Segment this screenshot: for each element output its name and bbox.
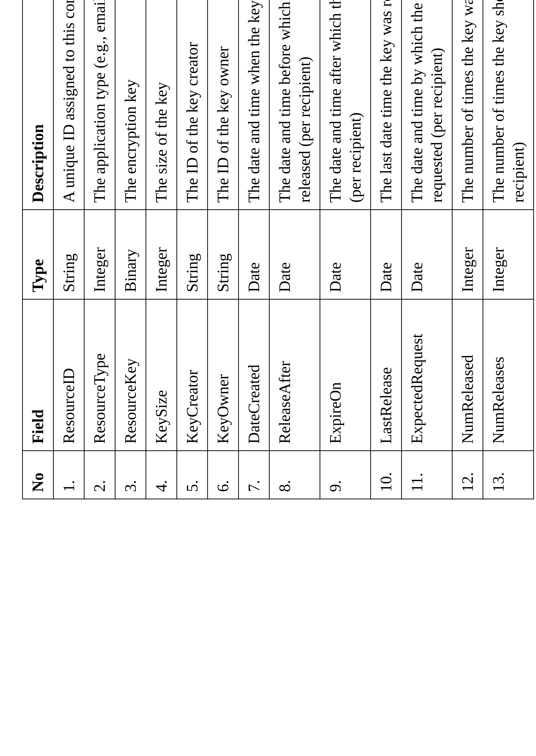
- cell-field: DateCreated: [239, 299, 269, 451]
- cell-type: String: [208, 210, 239, 299]
- cell-field: ExpireOn: [320, 299, 371, 451]
- fields-table: No Field Type Description 1. ResourceID …: [22, 0, 534, 499]
- cell-type: Date: [320, 210, 371, 299]
- cell-no: 7.: [239, 451, 269, 499]
- cell-no: 9.: [320, 451, 371, 499]
- cell-type: String: [53, 210, 84, 299]
- table-row: 13. NumReleases Integer The number of ti…: [483, 0, 534, 499]
- cell-description: The application type (e.g., email, insta…: [84, 0, 115, 210]
- cell-type: String: [177, 210, 208, 299]
- cell-description: The ID of the key creator: [177, 0, 208, 210]
- cell-no: 4.: [146, 451, 177, 499]
- cell-field: NumReleases: [483, 299, 534, 451]
- cell-description: The number of times the key should be re…: [483, 0, 534, 210]
- table-row: 1. ResourceID String A unique ID assigne…: [53, 0, 84, 499]
- cell-field: LastRelease: [371, 299, 402, 451]
- cell-no: 13.: [483, 451, 534, 499]
- header-no: No: [22, 451, 53, 499]
- cell-description: The date and time when the key was creat…: [239, 0, 269, 210]
- cell-type: Integer: [84, 210, 115, 299]
- cell-field: ResourceKey: [115, 299, 146, 451]
- cell-description: The date and time by which the key is ex…: [402, 0, 452, 210]
- cell-field: KeySize: [146, 299, 177, 451]
- cell-description: The size of the key: [146, 0, 177, 210]
- header-type: Type: [22, 210, 53, 299]
- cell-field: ResourceType: [84, 299, 115, 451]
- cell-description: The last date time the key was released …: [371, 0, 402, 210]
- cell-type: Integer: [146, 210, 177, 299]
- cell-field: KeyCreator: [177, 299, 208, 451]
- table-row: 5. KeyCreator String The ID of the key c…: [177, 0, 208, 499]
- table-row: 2. ResourceType Integer The application …: [84, 0, 115, 499]
- table-header-row: No Field Type Description: [22, 0, 53, 499]
- cell-field: ResourceID: [53, 299, 84, 451]
- cell-field: ReleaseAfter: [269, 299, 320, 451]
- cell-no: 12.: [452, 451, 483, 499]
- cell-description: The date and time before which the key s…: [269, 0, 320, 210]
- cell-no: 11.: [402, 451, 452, 499]
- cell-no: 8.: [269, 451, 320, 499]
- cell-description: The date and time after which the key sh…: [320, 0, 371, 210]
- cell-type: Binary: [115, 210, 146, 299]
- cell-no: 10.: [371, 451, 402, 499]
- cell-description: A unique ID assigned to this communicati…: [53, 0, 84, 210]
- table-row: 6. KeyOwner String The ID of the key own…: [208, 0, 239, 499]
- cell-type: Date: [371, 210, 402, 299]
- cell-description: The encryption key: [115, 0, 146, 210]
- cell-no: 1.: [53, 451, 84, 499]
- cell-field: NumReleased: [452, 299, 483, 451]
- cell-type: Date: [239, 210, 269, 299]
- header-description: Description: [22, 0, 53, 210]
- table-row: 11. ExpectedRequest Date The date and ti…: [402, 0, 452, 499]
- table-row: 4. KeySize Integer The size of the key: [146, 0, 177, 499]
- cell-type: Date: [269, 210, 320, 299]
- table-row: 8. ReleaseAfter Date The date and time b…: [269, 0, 320, 499]
- cell-description: The ID of the key owner: [208, 0, 239, 210]
- cell-type: Integer: [452, 210, 483, 299]
- table-row: 10. LastRelease Date The last date time …: [371, 0, 402, 499]
- cell-field: ExpectedRequest: [402, 299, 452, 451]
- cell-field: KeyOwner: [208, 299, 239, 451]
- cell-description: The number of times the key was released…: [452, 0, 483, 210]
- header-field: Field: [22, 299, 53, 451]
- cell-no: 2.: [84, 451, 115, 499]
- cell-no: 5.: [177, 451, 208, 499]
- table-row: 12. NumReleased Integer The number of ti…: [452, 0, 483, 499]
- cell-no: 3.: [115, 451, 146, 499]
- table-row: 3. ResourceKey Binary The encryption key: [115, 0, 146, 499]
- table-row: 7. DateCreated Date The date and time wh…: [239, 0, 269, 499]
- table-row: 9. ExpireOn Date The date and time after…: [320, 0, 371, 499]
- cell-no: 6.: [208, 451, 239, 499]
- cell-type: Integer: [483, 210, 534, 299]
- cell-type: Date: [402, 210, 452, 299]
